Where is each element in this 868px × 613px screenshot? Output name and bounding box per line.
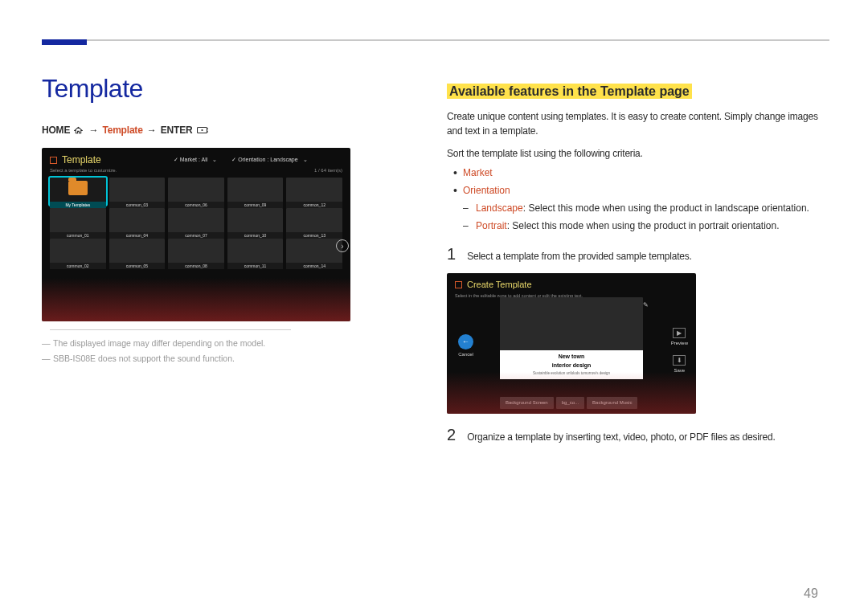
- template-cell-label: common_09: [227, 202, 284, 208]
- template-cell-selected[interactable]: My Templates: [50, 178, 106, 205]
- preview-label: Preview: [671, 341, 688, 345]
- cs-canvas: New town interior design Sustainble evol…: [500, 297, 643, 379]
- bullet-market: Market: [463, 167, 493, 178]
- enter-icon: [195, 125, 210, 137]
- desc-landscape: : Select this mode when using the produc…: [523, 202, 809, 214]
- preview-button[interactable]: ▶ Preview: [671, 328, 688, 347]
- template-cell[interactable]: common_14: [286, 239, 342, 266]
- cs-header: Create Template: [447, 273, 696, 292]
- next-page-button[interactable]: ›: [336, 239, 349, 252]
- template-cell[interactable]: common_10: [227, 208, 284, 235]
- template-cell-label: common_01: [50, 232, 106, 239]
- template-icon: [50, 157, 57, 164]
- template-cell-label: common_07: [168, 232, 224, 239]
- cancel-label: Cancel: [458, 352, 473, 357]
- canvas-line1: New town: [559, 353, 585, 362]
- breadcrumb-enter: ENTER: [161, 125, 193, 136]
- footnote-1: The displayed image may differ depending…: [53, 336, 265, 351]
- template-cell[interactable]: common_11: [227, 239, 284, 266]
- tab-bg-co[interactable]: bg_co...: [556, 397, 584, 409]
- template-cell[interactable]: common_02: [50, 239, 106, 266]
- cs-title: Create Template: [467, 278, 532, 292]
- save-icon: ⬇: [673, 355, 686, 366]
- cs-tabs: Background Screen bg_co... Background Mu…: [500, 397, 637, 409]
- breadcrumb: HOME → Template → ENTER: [42, 125, 210, 137]
- cs-canvas-text-block: New town interior design Sustainble evol…: [500, 350, 643, 379]
- save-label: Save: [674, 368, 685, 373]
- cs-right-actions: ▶ Preview ⬇ Save: [671, 328, 688, 382]
- ts-orient: ✓ Orientation : Landscape⌄: [231, 157, 307, 163]
- step-1: 1 Select a template from the provided sa…: [447, 246, 829, 264]
- tab-bg-music[interactable]: Background Music: [587, 397, 637, 409]
- label-landscape: Landscape: [476, 202, 523, 214]
- cancel-button[interactable]: ← Cancel: [458, 334, 473, 358]
- template-cell-label: common_05: [109, 263, 166, 269]
- template-cell[interactable]: common_01: [50, 208, 106, 235]
- template-cell-label: common_08: [168, 263, 224, 269]
- step-2-text: Organize a template by inserting text, v…: [467, 427, 829, 444]
- main-title: Template: [42, 74, 143, 104]
- footnote-2: SBB-IS08E does not support the sound fun…: [53, 351, 235, 366]
- home-icon: [72, 125, 84, 137]
- ts-title: Template: [62, 154, 101, 166]
- template-cell-label: common_06: [168, 202, 224, 208]
- breadcrumb-arrow-2: →: [145, 125, 158, 136]
- label-portrait: Portrait: [476, 220, 507, 231]
- breadcrumb-home: HOME: [42, 125, 70, 136]
- page-number: 49: [804, 586, 818, 601]
- template-cell-label: common_12: [286, 202, 342, 208]
- template-cell-label: common_10: [227, 232, 284, 239]
- template-cell-label: common_03: [109, 202, 166, 208]
- template-cell[interactable]: common_09: [227, 178, 284, 205]
- step-2-num: 2: [447, 427, 456, 444]
- bullet-orientation: Orientation: [463, 185, 510, 196]
- page-header-rule: [42, 39, 829, 41]
- breadcrumb-template: Template: [102, 125, 142, 136]
- template-cell[interactable]: common_12: [286, 178, 342, 205]
- template-cell[interactable]: common_07: [168, 208, 224, 235]
- template-cell[interactable]: common_04: [109, 208, 166, 235]
- footnotes-separator: [50, 329, 291, 330]
- step-1-num: 1: [447, 246, 456, 264]
- edit-icon: ✎: [643, 300, 651, 309]
- create-template-icon: [455, 281, 462, 288]
- desc-portrait: : Select this mode when using the produc…: [507, 220, 780, 231]
- template-cell-label: common_14: [286, 263, 342, 269]
- template-cell[interactable]: common_05: [109, 239, 166, 266]
- ts-grid: My Templatescommon_03common_06common_09c…: [42, 173, 350, 268]
- template-cell-label: common_13: [286, 232, 342, 239]
- step-2: 2 Organize a template by inserting text,…: [447, 427, 829, 444]
- create-template-screenshot: Create Template Select in the editable z…: [447, 273, 696, 414]
- right-column: Available features in the Template page …: [447, 82, 829, 444]
- section-p1: Create unique content using templates. I…: [447, 109, 829, 138]
- folder-icon: [68, 181, 88, 195]
- canvas-line3: Sustainble evolution unfolods tomorrow's…: [533, 371, 610, 377]
- template-cell-label: common_11: [227, 263, 284, 269]
- template-cell[interactable]: common_03: [109, 178, 166, 205]
- sub-list: Landscape: Select this mode when using t…: [463, 201, 829, 233]
- template-cell-label: My Templates: [50, 202, 106, 208]
- section-p2: Sort the template list using the followi…: [447, 146, 829, 161]
- canvas-line2: interior design: [552, 362, 592, 370]
- ts-subheader: Select a template to customize. 1 / 64 i…: [42, 167, 350, 173]
- template-cell[interactable]: common_13: [286, 208, 342, 235]
- template-cell[interactable]: common_06: [168, 178, 224, 205]
- breadcrumb-arrow-1: →: [87, 125, 100, 136]
- ts-gradient: [42, 278, 350, 321]
- footnotes: ―The displayed image may differ dependin…: [42, 336, 347, 366]
- cancel-icon: ←: [458, 334, 473, 349]
- template-cell-label: common_02: [50, 263, 106, 269]
- save-button[interactable]: ⬇ Save: [671, 355, 688, 374]
- preview-icon: ▶: [673, 328, 686, 338]
- header-accent: [42, 39, 87, 45]
- svg-point-1: [201, 129, 203, 131]
- section-title: Available features in the Template page: [447, 84, 692, 99]
- template-cell-label: common_04: [109, 232, 166, 239]
- template-screenshot: Template ✓ Market : All⌄ ✓ Orientation :…: [42, 148, 350, 321]
- ts-header: Template ✓ Market : All⌄ ✓ Orientation :…: [42, 148, 350, 167]
- template-cell[interactable]: common_08: [168, 239, 224, 266]
- ts-market: ✓ Market : All⌄: [174, 157, 218, 163]
- tab-bg-screen[interactable]: Background Screen: [500, 397, 554, 409]
- step-1-text: Select a template from the provided samp…: [467, 246, 829, 264]
- bullets: Market Orientation Landscape: Select thi…: [447, 166, 829, 233]
